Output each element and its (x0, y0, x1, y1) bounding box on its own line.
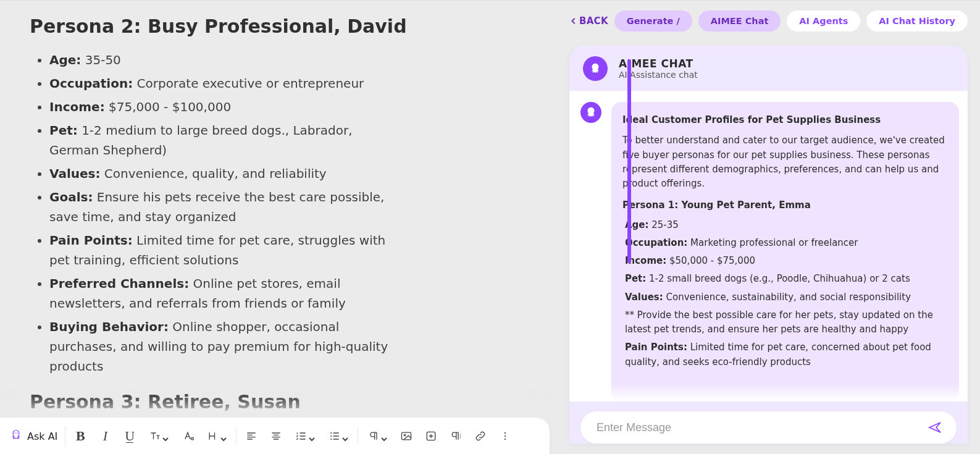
avatar (580, 102, 601, 123)
text-color-button[interactable] (177, 425, 199, 447)
list-item[interactable]: Goals: Ensure his pets receive the best … (49, 187, 524, 227)
document-content[interactable]: Persona 2: Busy Professional, David Age:… (0, 1, 553, 454)
document-pane: Persona 2: Busy Professional, David Age:… (0, 1, 553, 454)
text-size-icon (149, 430, 161, 442)
list-item: Age: 25-35 (625, 218, 947, 232)
italic-button[interactable]: I (94, 425, 116, 447)
ai-panel-tabs: BACK Generate / AIMEE Chat AI Agents AI … (569, 11, 968, 32)
align-left-button[interactable] (240, 425, 262, 447)
persona3-title: Persona 3: Retiree, Susan (30, 387, 524, 417)
list-item: Values: Convenience, sustainability, and… (625, 290, 947, 305)
list-item: Pet: 1-2 small breed dogs (e.g., Poodle,… (625, 272, 947, 286)
align-center-button[interactable] (265, 425, 287, 447)
message-title: Ideal Customer Profiles for Pet Supplies… (622, 113, 947, 127)
ask-ai-label: Ask AI (27, 431, 57, 442)
message-intro: To better understand and cater to our ta… (622, 133, 947, 191)
image-icon (400, 430, 413, 442)
list-item[interactable]: Pet: 1-2 medium to large breed dogs., La… (49, 120, 524, 160)
list-item[interactable]: Values: Convenience, quality, and reliab… (49, 164, 524, 183)
avatar (583, 56, 608, 81)
ordered-list-button[interactable] (290, 425, 320, 447)
svg-point-1 (17, 432, 18, 434)
ask-ai-button[interactable]: Ask AI (6, 426, 65, 446)
svg-rect-2 (191, 438, 193, 440)
list-item[interactable]: Occupation: Corporate executive or entre… (49, 74, 524, 93)
list-ordered-icon (295, 430, 308, 442)
octopus-icon (10, 429, 22, 443)
align-center-icon (270, 430, 282, 442)
svg-point-10 (460, 435, 461, 436)
list-item[interactable]: Income: $75,000 - $100,000 (49, 97, 524, 117)
chat-input-field[interactable] (595, 421, 924, 435)
more-button[interactable] (494, 425, 516, 447)
ai-message[interactable]: Ideal Customer Profiles for Pet Supplies… (611, 102, 959, 401)
list-bullet-icon (329, 430, 341, 442)
ai-panel: BACK Generate / AIMEE Chat AI Agents AI … (553, 1, 980, 454)
chat-input-area (569, 401, 968, 443)
persona2-list: Age: 35-50 Occupation: Corporate executi… (30, 50, 524, 376)
editor-toolbar: Ask AI B I U (0, 418, 550, 454)
svg-rect-6 (402, 432, 411, 440)
image-button[interactable] (395, 425, 417, 447)
svg-point-11 (460, 437, 461, 438)
back-button[interactable]: BACK (569, 15, 608, 27)
octopus-icon (588, 62, 602, 75)
svg-point-3 (330, 432, 332, 434)
pilcrow-dots-icon (450, 430, 462, 442)
list-item[interactable]: Pain Points: Limited time for pet care, … (49, 230, 524, 270)
paragraph-format-button[interactable] (445, 425, 467, 447)
svg-point-9 (460, 434, 461, 435)
chevron-down-icon (342, 433, 348, 439)
message-persona-title: Persona 1: Young Pet Parent, Emma (622, 198, 947, 212)
font-size-button[interactable] (143, 425, 174, 447)
message-persona-list: Age: 25-35 Occupation: Marketing profess… (622, 218, 947, 369)
list-item: ** Provide the best possible care for he… (625, 308, 947, 337)
chevron-down-icon (220, 433, 227, 439)
list-item[interactable]: Buying Behavior: Online shopper, occasio… (49, 317, 524, 376)
underline-button[interactable]: U (119, 425, 141, 447)
chevron-down-icon (162, 433, 169, 439)
link-button[interactable] (469, 425, 492, 447)
persona2-title: Persona 2: Busy Professional, David (30, 12, 524, 41)
send-icon (928, 420, 942, 435)
svg-point-14 (505, 439, 506, 440)
paragraph-button[interactable] (362, 425, 393, 447)
align-left-icon (245, 430, 258, 442)
link-icon (474, 430, 487, 442)
octopus-icon (584, 106, 598, 119)
chevron-down-icon (381, 433, 387, 439)
pilcrow-icon (367, 430, 380, 442)
svg-point-7 (404, 434, 406, 436)
list-item: Pain Points: Limited time for pet care, … (625, 340, 947, 369)
svg-point-12 (505, 432, 506, 434)
list-item[interactable]: Age: 35-50 (49, 50, 524, 70)
heading-button[interactable] (201, 425, 232, 447)
tab-ai-chat-history[interactable]: AI Chat History (866, 11, 968, 32)
scrollbar-thumb[interactable] (627, 59, 631, 263)
svg-point-5 (330, 439, 332, 440)
bullet-list-button[interactable] (323, 425, 354, 447)
svg-point-4 (330, 435, 332, 437)
heading-icon (207, 430, 219, 442)
text-color-icon (182, 430, 194, 442)
tab-generate[interactable]: Generate / (614, 11, 692, 32)
chevron-left-icon (569, 17, 578, 25)
tab-ai-agents[interactable]: AI Agents (787, 11, 860, 32)
tab-aimee-chat[interactable]: AIMEE Chat (698, 11, 781, 32)
bold-button[interactable]: B (69, 425, 91, 447)
svg-point-0 (15, 432, 16, 434)
more-vertical-icon (499, 430, 511, 442)
chevron-down-icon (309, 433, 315, 439)
list-item: Income: $50,000 - $75,000 (625, 254, 947, 268)
list-item: Occupation: Marketing professional or fr… (625, 236, 947, 250)
chat-input[interactable] (580, 411, 957, 443)
plus-square-icon (425, 430, 437, 442)
list-item[interactable]: Preferred Channels: Online pet stores, e… (49, 274, 524, 313)
insert-block-button[interactable] (420, 425, 442, 447)
send-button[interactable] (924, 417, 945, 438)
svg-point-13 (505, 435, 506, 437)
